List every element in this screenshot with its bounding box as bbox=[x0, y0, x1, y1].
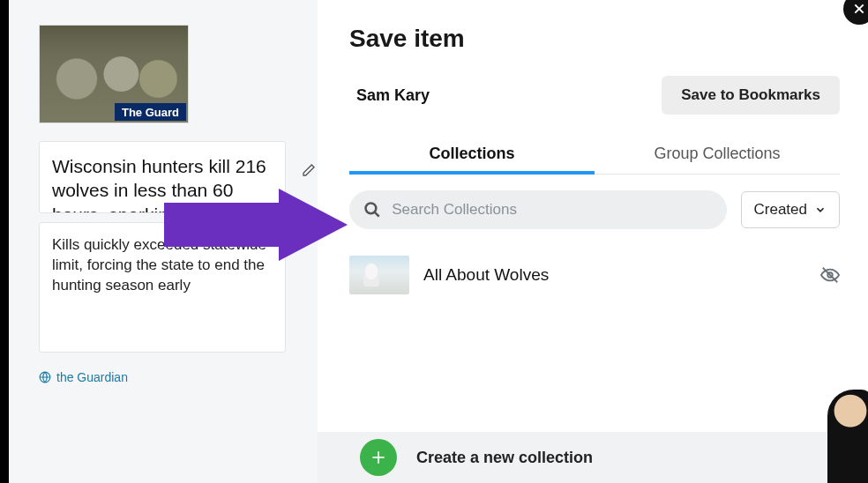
globe-icon bbox=[39, 371, 51, 383]
save-to-bookmarks-button[interactable]: Save to Bookmarks bbox=[662, 76, 840, 115]
tab-collections[interactable]: Collections bbox=[349, 134, 595, 174]
search-collections-wrap[interactable] bbox=[349, 190, 727, 229]
create-collection-label[interactable]: Create a new collection bbox=[416, 449, 593, 467]
tabs: Collections Group Collections bbox=[349, 134, 840, 175]
sort-dropdown[interactable]: Created bbox=[741, 191, 840, 228]
save-dialog: Save item Sam Kary Save to Bookmarks Col… bbox=[318, 0, 868, 483]
article-thumbnail: The Guard bbox=[39, 25, 189, 123]
left-panel: The Guard Wisconsin hunters kill 216 wol… bbox=[0, 0, 318, 483]
collection-name: All About Wolves bbox=[423, 265, 806, 285]
source-label: the Guardian bbox=[56, 370, 128, 384]
pencil-icon bbox=[302, 163, 316, 177]
dialog-heading: Save item bbox=[349, 25, 840, 53]
chevron-down-icon bbox=[814, 204, 827, 216]
presenter-overlay bbox=[827, 390, 868, 483]
source-link[interactable]: the Guardian bbox=[39, 370, 298, 384]
sort-label: Created bbox=[754, 201, 807, 219]
article-description-field[interactable]: Kills quickly exceeded statewide limit, … bbox=[39, 222, 286, 353]
visibility-off-icon bbox=[820, 265, 840, 285]
create-collection-button[interactable] bbox=[360, 439, 397, 476]
thumbnail-source-badge: The Guard bbox=[115, 103, 186, 121]
svg-point-1 bbox=[366, 203, 377, 213]
owner-name: Sam Kary bbox=[349, 86, 430, 105]
search-collections-input[interactable] bbox=[392, 201, 712, 219]
collection-item[interactable]: All About Wolves bbox=[349, 256, 840, 294]
svg-line-2 bbox=[375, 212, 379, 217]
plus-icon bbox=[370, 449, 387, 466]
tab-group-collections[interactable]: Group Collections bbox=[595, 134, 840, 174]
search-icon bbox=[363, 200, 381, 219]
article-title-field[interactable]: Wisconsin hunters kill 216 wolves in les… bbox=[39, 141, 286, 213]
close-icon bbox=[852, 2, 866, 16]
collection-thumbnail bbox=[349, 256, 409, 294]
footer-bar: Create a new collection bbox=[318, 432, 868, 483]
